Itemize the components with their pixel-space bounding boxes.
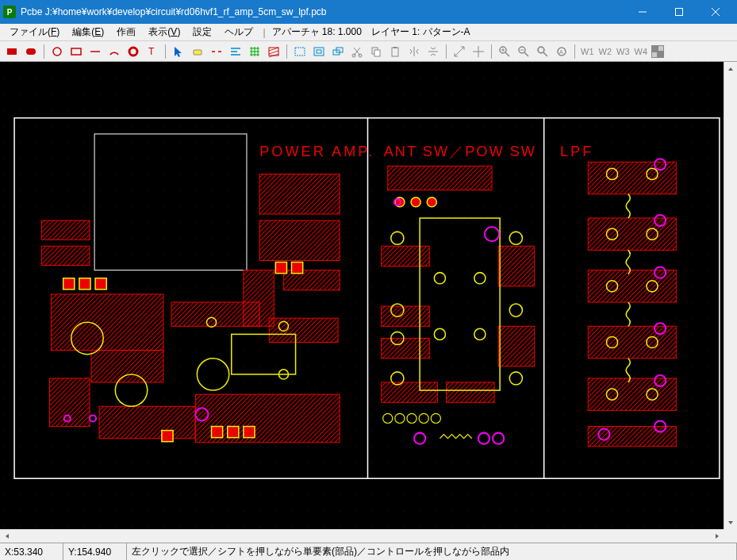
toolbar-separator — [165, 44, 166, 59]
status-message: 左クリックで選択／シフトを押しながら単要素(部品)／コントロールを押しながら部品… — [127, 543, 737, 560]
tool-measure[interactable] — [451, 43, 468, 60]
svg-rect-67 — [95, 278, 106, 290]
canvas-area: POWER AMP. ANT SW／POW SW LPF — [0, 62, 737, 543]
layer-w3[interactable]: W3 — [615, 47, 631, 56]
minimize-button[interactable] — [624, 0, 661, 24]
svg-rect-58 — [52, 294, 163, 351]
svg-rect-74 — [244, 427, 255, 438]
scroll-left-arrow[interactable] — [0, 530, 13, 543]
hscroll-track[interactable] — [13, 530, 710, 543]
svg-rect-62 — [99, 406, 195, 438]
svg-rect-27 — [392, 48, 398, 56]
tool-break[interactable] — [208, 43, 225, 60]
scroll-right-arrow[interactable] — [710, 530, 724, 543]
svg-rect-88 — [382, 382, 438, 402]
menu-help[interactable]: ヘルプ — [218, 24, 259, 40]
tool-arc[interactable] — [106, 43, 123, 60]
menu-draw[interactable]: 作画 — [110, 24, 142, 40]
svg-rect-28 — [393, 47, 397, 48]
tool-paste[interactable] — [386, 43, 404, 60]
scroll-corner — [724, 529, 737, 543]
tool-rect[interactable] — [67, 43, 85, 60]
maximize-button[interactable] — [661, 0, 697, 24]
menu-edit[interactable]: 編集(E) — [66, 24, 110, 40]
tool-hatch[interactable] — [265, 43, 282, 60]
svg-rect-7 — [71, 48, 81, 55]
toolbar-separator — [446, 44, 447, 59]
svg-line-33 — [505, 52, 509, 56]
tool-align[interactable] — [227, 43, 244, 60]
tool-cut[interactable] — [348, 43, 366, 60]
svg-text:A: A — [559, 49, 563, 55]
tool-layers-icon[interactable] — [329, 43, 347, 60]
layer-w2[interactable]: W2 — [597, 47, 614, 56]
svg-rect-119 — [588, 270, 676, 302]
toolbar-separator — [491, 44, 492, 59]
menu-file[interactable]: ファイル(F) — [3, 24, 66, 40]
scroll-up-arrow[interactable] — [724, 62, 737, 75]
svg-rect-72 — [212, 427, 223, 438]
tool-flip-h[interactable] — [405, 43, 423, 60]
vertical-scrollbar[interactable] — [724, 62, 737, 529]
svg-point-95 — [427, 198, 436, 207]
svg-rect-121 — [588, 378, 676, 410]
svg-line-37 — [524, 52, 528, 56]
svg-rect-84 — [388, 166, 492, 190]
layer-info[interactable]: レイヤー 1: パターン-A — [371, 25, 470, 39]
tool-mesh[interactable] — [246, 43, 263, 60]
menu-view[interactable]: 表示(V) — [142, 24, 186, 40]
svg-rect-66 — [79, 278, 90, 290]
svg-line-40 — [543, 52, 547, 56]
window-title: Pcbe J:¥home¥work¥develop¥circuit¥rd06hv… — [21, 6, 624, 17]
horizontal-scrollbar[interactable] — [0, 529, 724, 543]
tool-line[interactable] — [86, 43, 104, 60]
tool-flip-v[interactable] — [424, 43, 442, 60]
tool-fill-round[interactable] — [22, 43, 40, 60]
svg-rect-89 — [498, 246, 534, 286]
svg-rect-90 — [498, 326, 534, 366]
pcb-canvas[interactable]: POWER AMP. ANT SW／POW SW LPF — [0, 62, 737, 543]
svg-rect-91 — [446, 382, 494, 402]
label-lpf: LPF — [560, 144, 593, 159]
tool-circle[interactable] — [48, 43, 66, 60]
vscroll-track[interactable] — [724, 75, 737, 516]
toolbar: T A W1 W2 W3 W4 — [0, 41, 737, 62]
tool-copy[interactable] — [367, 43, 385, 60]
svg-rect-4 — [7, 48, 17, 55]
menu-settings[interactable]: 設定 — [186, 24, 218, 40]
svg-rect-120 — [588, 326, 676, 358]
svg-rect-86 — [382, 306, 430, 326]
menu-separator: | — [263, 27, 265, 38]
close-button[interactable] — [697, 0, 734, 24]
layer-w4[interactable]: W4 — [633, 47, 650, 56]
aperture-info[interactable]: アパーチャ 18: 1.000 — [272, 25, 362, 39]
status-x: X:53.340 — [0, 543, 63, 560]
layer-swatch[interactable] — [651, 45, 665, 58]
tool-select[interactable] — [170, 43, 187, 60]
svg-rect-20 — [317, 50, 321, 53]
svg-point-9 — [129, 48, 137, 56]
tool-donut[interactable] — [125, 43, 142, 60]
tool-crosshair[interactable] — [470, 43, 487, 60]
scroll-down-arrow[interactable] — [724, 516, 737, 529]
tool-select-rect[interactable] — [291, 43, 309, 60]
tool-group[interactable] — [310, 43, 328, 60]
tool-text[interactable]: T — [144, 43, 161, 60]
tool-zoom-all[interactable]: A — [553, 43, 570, 60]
svg-rect-1 — [676, 9, 683, 16]
tool-zoom-out[interactable] — [515, 43, 532, 60]
svg-rect-118 — [588, 218, 676, 250]
layer-w1[interactable]: W1 — [579, 47, 596, 56]
svg-rect-26 — [374, 50, 380, 56]
label-power-amp: POWER AMP. — [259, 144, 374, 159]
tool-eraser[interactable] — [189, 43, 206, 60]
statusbar: X:53.340 Y:154.940 左クリックで選択／シフトを押しながら単要素… — [0, 543, 737, 560]
tool-zoom-in[interactable] — [496, 43, 513, 60]
svg-rect-60 — [171, 302, 259, 326]
svg-rect-19 — [314, 48, 324, 56]
tool-zoom-fit[interactable] — [534, 43, 551, 60]
toolbar-separator — [574, 44, 575, 59]
tool-fill-rect[interactable] — [3, 43, 21, 60]
svg-rect-52 — [41, 221, 90, 240]
menubar: ファイル(F) 編集(E) 作画 表示(V) 設定 ヘルプ | アパーチャ 18… — [0, 24, 737, 41]
